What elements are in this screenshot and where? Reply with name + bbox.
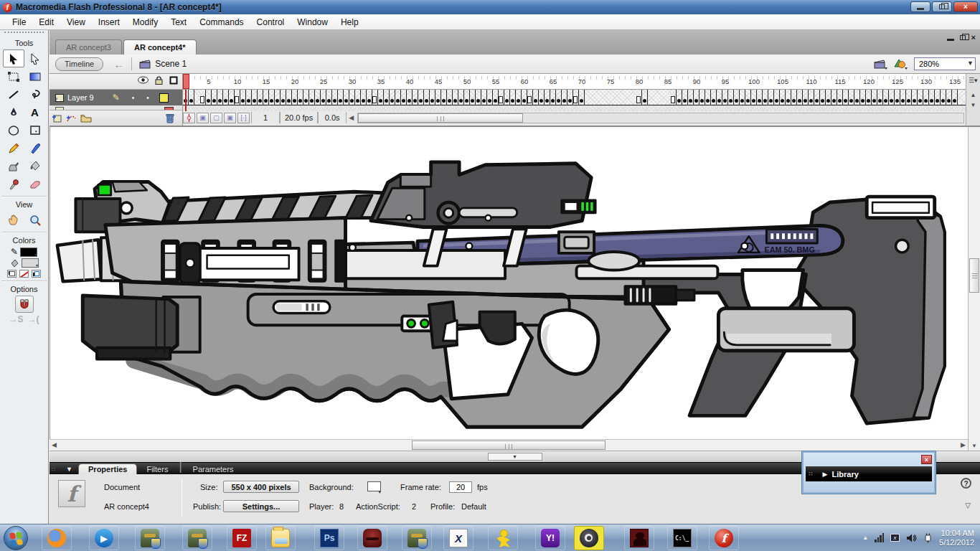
frame-cell[interactable] [900, 90, 906, 105]
frame-cell[interactable] [556, 90, 562, 105]
frame-cell[interactable] [877, 90, 883, 105]
taskbar-icon-cmd[interactable]: C:\_ [667, 526, 697, 550]
lasso-tool[interactable] [24, 85, 46, 103]
frame-cell[interactable] [590, 90, 596, 105]
frame-cell[interactable] [745, 90, 751, 105]
properties-collapse-icon[interactable]: ▼ [66, 466, 72, 473]
frame-cell[interactable] [929, 90, 935, 105]
frame-cell[interactable] [338, 90, 344, 105]
frame-cell[interactable] [579, 90, 585, 105]
taskbar-icon-flash-player[interactable]: f [709, 526, 739, 550]
brush-tool[interactable] [24, 139, 46, 157]
restore-button[interactable] [932, 1, 952, 12]
frame-cell[interactable] [774, 90, 780, 105]
zoom-level-select[interactable]: 280%▼ [914, 57, 976, 70]
frame-cell[interactable] [401, 90, 407, 105]
power-plug-icon[interactable] [923, 532, 933, 543]
frame-cell[interactable] [223, 90, 229, 105]
close-button[interactable]: × [953, 1, 978, 12]
canvas-horizontal-scrollbar[interactable]: ◀ ▶ [50, 439, 968, 451]
menu-item-commands[interactable]: Commands [193, 15, 250, 29]
onion-skin-button[interactable]: ▣ [197, 113, 209, 123]
menu-item-insert[interactable]: Insert [92, 15, 126, 29]
frame-cell[interactable] [567, 90, 573, 105]
taskbar-icon-aim[interactable] [488, 526, 518, 550]
frame-cell[interactable] [711, 90, 717, 105]
snap-to-objects-button[interactable] [15, 296, 34, 313]
frame-cell[interactable] [487, 90, 493, 105]
frame-cell[interactable] [728, 90, 734, 105]
no-color-button[interactable] [19, 270, 29, 278]
frame-cell[interactable] [682, 90, 688, 105]
frame-cell[interactable] [378, 90, 384, 105]
menu-item-modify[interactable]: Modify [126, 15, 164, 29]
library-expand-icon[interactable]: ▶ [823, 471, 828, 478]
minimize-button[interactable] [910, 1, 930, 12]
canvas-scroll-down-arrow[interactable]: ▼ [971, 443, 977, 449]
frame-cell[interactable] [849, 90, 854, 105]
frame-cell[interactable] [826, 90, 831, 105]
start-button[interactable] [4, 526, 28, 550]
outline-layers-icon[interactable] [169, 76, 178, 85]
frame-cell[interactable] [206, 90, 212, 105]
frame-cell[interactable] [642, 90, 648, 105]
frame-cell[interactable] [235, 90, 240, 105]
size-button[interactable]: 550 x 400 pixels [223, 481, 299, 493]
line-tool[interactable] [3, 85, 24, 103]
timeline-horizontal-scrollbar[interactable] [357, 113, 964, 123]
frame-cell[interactable] [860, 90, 866, 105]
timeline-toggle-button[interactable]: Timeline [55, 57, 103, 71]
frame-cell[interactable] [390, 90, 395, 105]
frame-cell[interactable] [872, 90, 877, 105]
library-close-button[interactable]: × [921, 455, 932, 464]
frame-cell[interactable] [923, 90, 929, 105]
edit-scene-icon[interactable] [874, 59, 887, 70]
insert-layer-folder-button[interactable] [80, 113, 92, 123]
frame-cell[interactable] [619, 90, 625, 105]
free-transform-tool[interactable] [3, 67, 24, 85]
back-arrow-icon[interactable]: ← [113, 58, 124, 70]
frame-cell[interactable] [843, 90, 849, 105]
frame-cell[interactable] [246, 90, 252, 105]
frame-cell[interactable] [367, 90, 372, 105]
frame-cell[interactable] [303, 90, 309, 105]
frame-cell[interactable] [361, 90, 367, 105]
taskbar-icon-halo-soldier-3[interactable] [402, 526, 432, 550]
gradient-transform-tool[interactable] [24, 67, 46, 85]
taskbar-icon-yahoo[interactable]: Y! [535, 526, 565, 550]
frame-cell[interactable] [229, 90, 235, 105]
canvas-scroll-left-arrow[interactable]: ◀ [52, 441, 57, 448]
frame-cell[interactable] [252, 90, 258, 105]
publish-settings-button[interactable]: Settings... [223, 500, 299, 512]
tab-properties[interactable]: Properties [78, 463, 137, 474]
frame-cell[interactable] [780, 90, 786, 105]
menu-item-view[interactable]: View [60, 15, 92, 29]
library-header-bar[interactable]: ∷ ▶ Library [806, 466, 932, 481]
frame-rate-indicator[interactable]: 20.0 fps [280, 112, 318, 123]
layer-lock-dot[interactable]: • [146, 94, 149, 102]
frame-cell[interactable] [786, 90, 791, 105]
frame-cell[interactable] [613, 90, 619, 105]
onion-skin-outlines-button[interactable]: ▢ [210, 113, 222, 123]
frame-cell[interactable] [952, 90, 958, 105]
frame-cell[interactable] [189, 90, 194, 105]
frame-cell[interactable] [665, 90, 671, 105]
background-color-swatch[interactable]: ▾ [367, 481, 381, 491]
frame-cell[interactable] [820, 90, 826, 105]
panel-options-icon[interactable]: ▽ [965, 501, 971, 509]
timeline-scroll-up-arrow[interactable]: ▲ [969, 91, 978, 100]
frame-cell[interactable] [269, 90, 275, 105]
frame-cell[interactable] [470, 90, 476, 105]
straighten-option[interactable]: →( [28, 314, 39, 324]
frame-cell[interactable] [734, 90, 740, 105]
frame-cell[interactable] [315, 90, 321, 105]
tab-filters[interactable]: Filters [137, 463, 177, 474]
frame-cell[interactable] [292, 90, 298, 105]
frame-cell[interactable] [941, 90, 946, 105]
frame-cell[interactable] [298, 90, 303, 105]
frame-cell[interactable] [464, 90, 470, 105]
frame-cell[interactable] [413, 90, 418, 105]
panel-grip[interactable] [4, 32, 44, 37]
taskbar-icon-halo-helmet[interactable] [357, 526, 387, 550]
frame-cell[interactable] [768, 90, 774, 105]
